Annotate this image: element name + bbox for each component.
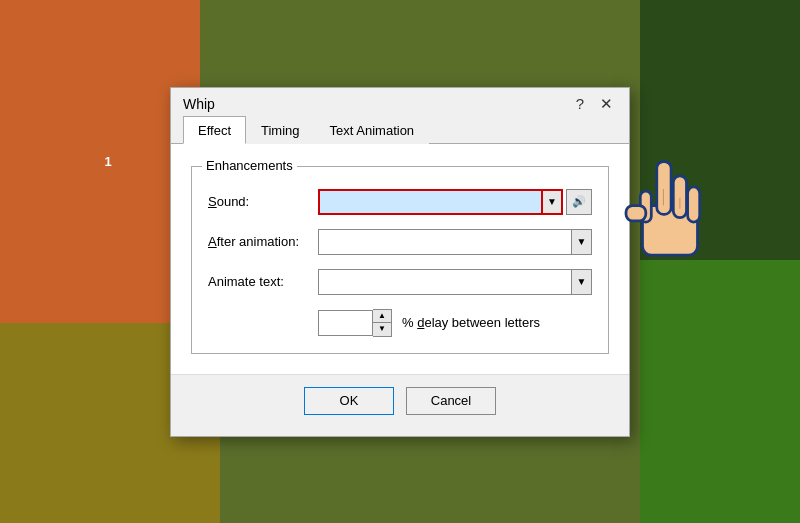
sound-row: Sound: [No Sound] ▼ 🔊 [208, 189, 592, 215]
dialog-window: Whip ? ✕ Effect Timing Text Animation En… [170, 87, 630, 437]
sound-select-container: [No Sound] ▼ 🔊 [318, 189, 592, 215]
title-buttons: ? ✕ [572, 96, 617, 111]
spinner-down-button[interactable]: ▼ [373, 323, 391, 336]
animate-text-dropdown-button[interactable]: ▼ [572, 269, 592, 295]
sound-dropdown-button[interactable]: ▼ [543, 189, 563, 215]
ok-button[interactable]: OK [304, 387, 394, 415]
sound-extra-button[interactable]: 🔊 [566, 189, 592, 215]
tab-bar: Effect Timing Text Animation [171, 116, 629, 144]
animate-text-select-wrapper: By letter ▼ [318, 269, 592, 295]
sound-label: Sound: [208, 194, 318, 209]
delay-text: % delay between letters [402, 315, 540, 330]
enhancements-group: Enhancements Sound: [No Sound] ▼ 🔊 Af [191, 166, 609, 354]
spinner-up-button[interactable]: ▲ [373, 310, 391, 323]
after-animation-label: After animation: [208, 234, 318, 249]
dialog-footer: OK Cancel [171, 374, 629, 427]
spinner-wrapper: 7 ▲ ▼ % delay between letters [318, 309, 540, 337]
animate-text-input[interactable]: By letter [318, 269, 572, 295]
help-button[interactable]: ? [572, 96, 588, 111]
animate-text-label: Animate text: [208, 274, 318, 289]
after-animation-select-wrapper: Don't Dim ▼ [318, 229, 592, 255]
dialog-title: Whip [183, 96, 215, 112]
tab-timing[interactable]: Timing [246, 116, 315, 144]
after-animation-input[interactable]: Don't Dim [318, 229, 572, 255]
tab-text-animation[interactable]: Text Animation [315, 116, 430, 144]
dialog-overlay: Whip ? ✕ Effect Timing Text Animation En… [0, 0, 800, 523]
close-button[interactable]: ✕ [596, 96, 617, 111]
delay-input[interactable]: 7 [318, 310, 373, 336]
dialog-content: Enhancements Sound: [No Sound] ▼ 🔊 Af [171, 144, 629, 374]
tab-effect[interactable]: Effect [183, 116, 246, 144]
group-label: Enhancements [202, 158, 297, 173]
title-bar: Whip ? ✕ [171, 88, 629, 116]
delay-row: 7 ▲ ▼ % delay between letters [208, 309, 592, 337]
animate-text-row: Animate text: By letter ▼ [208, 269, 592, 295]
cancel-button[interactable]: Cancel [406, 387, 496, 415]
after-animation-dropdown-button[interactable]: ▼ [572, 229, 592, 255]
sound-input[interactable]: [No Sound] [318, 189, 543, 215]
spinner-buttons: ▲ ▼ [373, 309, 392, 337]
after-animation-row: After animation: Don't Dim ▼ [208, 229, 592, 255]
